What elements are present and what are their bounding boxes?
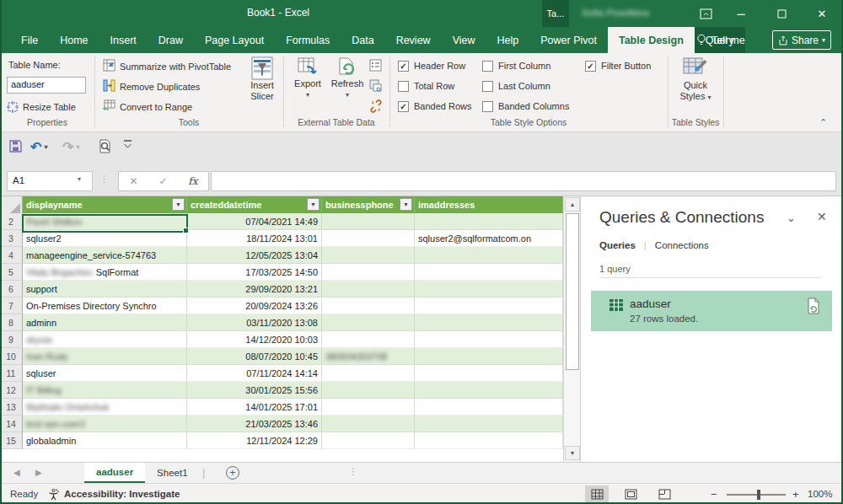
cancel-icon[interactable]: ✕: [129, 175, 137, 187]
cell[interactable]: [322, 399, 415, 416]
cell[interactable]: [322, 281, 415, 298]
checkbox-banded-rows[interactable]: ✓Banded Rows: [398, 100, 472, 112]
cell[interactable]: [415, 213, 563, 230]
accessibility-status[interactable]: Accessibility: Investigate: [64, 489, 180, 499]
cell[interactable]: manageengine_service-574763: [23, 247, 187, 264]
refresh-button[interactable]: Refresh ▾: [329, 56, 366, 100]
enter-icon[interactable]: ✓: [158, 175, 167, 187]
ribbon-tab-power-pivot[interactable]: Power Pivot: [529, 27, 608, 53]
export-button[interactable]: Export ▾: [288, 56, 327, 100]
sheet-nav-left-icon[interactable]: ◀: [13, 468, 20, 477]
cell[interactable]: sqluser: [23, 365, 187, 382]
cell[interactable]: [415, 314, 563, 331]
row-header-7[interactable]: 7: [0, 298, 23, 314]
cell[interactable]: [415, 331, 563, 348]
cell[interactable]: [322, 213, 415, 230]
cell[interactable]: test-vpn-user2: [23, 416, 187, 432]
cell[interactable]: [415, 416, 563, 432]
row-header-4[interactable]: 4: [0, 247, 23, 264]
scroll-down-icon[interactable]: ▼: [565, 446, 580, 460]
table-name-input[interactable]: aaduser: [7, 77, 86, 94]
cell[interactable]: 30/01/2025 15:56: [187, 382, 322, 399]
cell[interactable]: [415, 264, 563, 281]
cell[interactable]: [322, 382, 415, 399]
zoom-in-icon[interactable]: +: [792, 488, 799, 501]
cell[interactable]: Pavel Shitkov: [23, 213, 187, 230]
cell[interactable]: 03/11/2020 13:08: [187, 314, 322, 331]
cell[interactable]: [322, 365, 415, 382]
cell[interactable]: 12/11/2024 12:29: [187, 432, 322, 449]
row-header-8[interactable]: 8: [0, 314, 23, 331]
spreadsheet-grid[interactable]: ABCD 1displayname▼createddatetime▼busine…: [0, 196, 563, 462]
cell[interactable]: [322, 416, 415, 432]
cell[interactable]: 07/04/2021 14:49: [187, 213, 322, 230]
filter-dropdown-icon[interactable]: ▼: [307, 198, 319, 211]
ribbon-tab-table-design[interactable]: Table Design: [608, 27, 695, 53]
cell[interactable]: [322, 331, 415, 348]
checkbox-last-column[interactable]: Last Column: [482, 80, 569, 92]
cell[interactable]: 29/09/2020 13:21: [187, 281, 322, 298]
insert-function-icon[interactable]: fx: [188, 175, 197, 187]
cell[interactable]: [415, 365, 563, 382]
cell[interactable]: [322, 264, 415, 281]
ribbon-tab-view[interactable]: View: [442, 27, 486, 53]
checkbox-banded-columns[interactable]: Banded Columns: [482, 100, 569, 112]
view-page-layout-icon[interactable]: [619, 485, 642, 503]
cell[interactable]: [415, 382, 563, 399]
ribbon-tab-home[interactable]: Home: [49, 27, 99, 53]
summarize-with-pivottable-button[interactable]: Summarize with PivotTable: [103, 59, 231, 74]
data-range-properties-icon[interactable]: [369, 59, 382, 75]
cell[interactable]: 14/12/2020 10:03: [187, 331, 322, 348]
cell[interactable]: support: [23, 281, 187, 298]
ribbon-tab-review[interactable]: Review: [385, 27, 442, 53]
header-cell-businessphone[interactable]: businessphone▼: [322, 196, 415, 213]
checkbox-filter-button[interactable]: ✓Filter Button: [585, 60, 651, 72]
ribbon-tab-data[interactable]: Data: [341, 27, 384, 53]
cell[interactable]: [415, 432, 563, 449]
quick-styles-button[interactable]: Quick Styles ▾: [671, 56, 720, 103]
cell[interactable]: On-Premises Directory Synchro: [23, 298, 187, 314]
ribbon-tab-file[interactable]: File: [10, 27, 49, 53]
formula-input[interactable]: [211, 171, 836, 191]
new-sheet-button[interactable]: +: [226, 466, 239, 480]
maximize-button[interactable]: [767, 0, 796, 27]
row-header-9[interactable]: 9: [0, 331, 23, 348]
ribbon-tab-help[interactable]: Help: [486, 27, 530, 53]
panel-close-icon[interactable]: ✕: [817, 210, 827, 223]
cell[interactable]: Vitaly BogachevSqlFormat: [23, 264, 187, 281]
cell[interactable]: 17/03/2025 14:50: [187, 264, 322, 281]
cell[interactable]: [322, 230, 415, 247]
vertical-scroll-thumb[interactable]: [566, 213, 579, 370]
row-header-10[interactable]: 10: [0, 348, 23, 365]
vertical-scrollbar[interactable]: ▲ ▼: [563, 196, 580, 462]
cell[interactable]: IT Billing: [23, 382, 187, 399]
open-in-browser-icon[interactable]: [369, 79, 382, 95]
zoom-level[interactable]: 100%: [808, 489, 832, 499]
checkbox-header-row[interactable]: ✓Header Row: [398, 60, 472, 72]
cell[interactable]: 12/05/2025 13:04: [187, 247, 322, 264]
collapsed-tab-badge[interactable]: Ta...: [542, 0, 569, 27]
cell[interactable]: [322, 432, 415, 449]
share-button[interactable]: Share ▾: [772, 30, 831, 50]
tell-me[interactable]: Tell me: [696, 27, 745, 53]
cell[interactable]: 08/07/2020 10:45: [187, 348, 322, 365]
cell[interactable]: [322, 247, 415, 264]
name-box-dropdown-icon[interactable]: ▾: [78, 175, 81, 183]
convert-to-range-button[interactable]: Convert to Range: [103, 99, 192, 115]
ribbon-tab-formulas[interactable]: Formulas: [275, 27, 341, 53]
cell[interactable]: 21/03/2025 13:46: [187, 416, 322, 432]
customize-qat-icon[interactable]: [123, 139, 132, 149]
minimize-button[interactable]: ─: [727, 0, 755, 27]
cell[interactable]: [415, 247, 563, 264]
row-header-2[interactable]: 2: [0, 213, 23, 230]
cell[interactable]: 380504303708: [322, 348, 415, 365]
account-name[interactable]: Sofia Posetkina: [582, 8, 649, 18]
filter-dropdown-icon[interactable]: ▼: [400, 198, 412, 211]
zoom-slider-handle[interactable]: [757, 490, 760, 500]
sheet-tab-sheet1[interactable]: Sheet1: [145, 463, 199, 483]
header-cell-imaddresses[interactable]: imaddresses: [415, 196, 563, 213]
cell[interactable]: [415, 298, 563, 314]
resize-table-button[interactable]: Resize Table: [7, 99, 76, 115]
cell[interactable]: [415, 399, 563, 416]
sheet-nav-right-icon[interactable]: ▶: [35, 468, 42, 477]
